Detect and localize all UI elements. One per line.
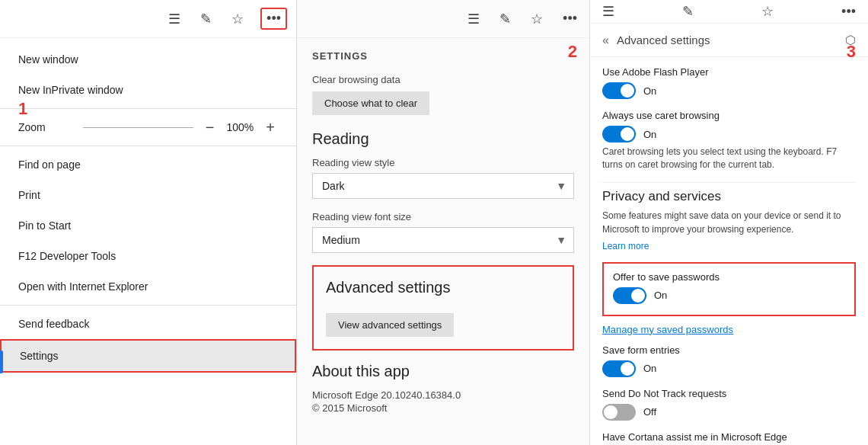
save-form-label: Save form entries <box>602 344 856 356</box>
dnt-toggle-row: Off <box>602 404 856 421</box>
manage-passwords-link[interactable]: Manage my saved passwords <box>602 324 856 335</box>
privacy-section: Privacy and services Some features might… <box>602 189 856 251</box>
menu-item-print[interactable]: Print <box>0 180 296 210</box>
menu-item-pin[interactable]: Pin to Start <box>0 210 296 241</box>
flash-label: Use Adobe Flash Player <box>602 66 856 78</box>
dnt-setting: Send Do Not Track requests Off <box>602 388 856 421</box>
settings-hamburger-icon[interactable]: ☰ <box>464 8 483 30</box>
about-section: About this app Microsoft Edge 20.10240.1… <box>312 363 574 414</box>
offer-passwords-box: Offer to save passwords On <box>602 262 856 316</box>
edit-icon[interactable]: ✎ <box>197 8 215 30</box>
caret-setting: Always use caret browsing On Caret brows… <box>602 110 856 171</box>
about-heading: About this app <box>312 363 574 380</box>
choose-what-to-clear-button[interactable]: Choose what to clear <box>312 91 429 115</box>
zoom-line <box>83 127 193 128</box>
offer-passwords-state: On <box>654 290 667 301</box>
settings-more-icon[interactable]: ••• <box>560 8 580 30</box>
caret-toggle-knob <box>621 127 634 141</box>
menu-toolbar: ☰ ✎ ☆ ••• <box>0 0 296 38</box>
reading-style-label: Reading view style <box>312 157 574 168</box>
menu-item-new-window[interactable]: New window <box>0 44 296 75</box>
menu-item-ie[interactable]: Open with Internet Explorer <box>0 271 296 302</box>
zoom-row: Zoom − 100% + <box>0 112 296 142</box>
menu-item-inprivate[interactable]: New InPrivate window <box>0 75 296 105</box>
offer-passwords-toggle-row: On <box>613 287 845 304</box>
flash-toggle-row: On <box>602 82 856 99</box>
hamburger-icon[interactable]: ☰ <box>165 8 183 30</box>
cortana-label: Have Cortana assist me in Microsoft Edge <box>602 431 856 443</box>
dnt-toggle[interactable] <box>602 404 636 421</box>
reading-font-row: Reading view font size Medium Small Larg… <box>312 211 574 253</box>
step2-label: 2 <box>568 42 577 62</box>
adv-favorites-icon[interactable]: ☆ <box>758 0 777 23</box>
advanced-panel-title: Advanced settings <box>617 34 710 46</box>
flash-state: On <box>643 85 656 97</box>
reading-style-row: Reading view style Dark Light ▼ <box>312 157 574 199</box>
advanced-settings-box: Advanced settings View advanced settings <box>312 265 574 351</box>
advanced-toolbar: ☰ ✎ ☆ ••• <box>590 0 868 24</box>
menu-item-feedback[interactable]: Send feedback <box>0 309 296 339</box>
adv-more-icon[interactable]: ••• <box>838 1 859 23</box>
dnt-label: Send Do Not Track requests <box>602 388 856 399</box>
advanced-content: Use Adobe Flash Player On Always use car… <box>590 57 868 445</box>
menu-item-devtools[interactable]: F12 Developer Tools <box>0 241 296 271</box>
menu-divider-2 <box>0 146 296 146</box>
menu-item-settings[interactable]: Settings <box>0 339 296 373</box>
reading-style-wrapper: Dark Light ▼ <box>312 173 574 199</box>
dnt-state: Off <box>643 406 656 418</box>
settings-toolbar: ☰ ✎ ☆ ••• <box>297 0 589 38</box>
flash-toggle-knob <box>621 84 634 98</box>
offer-passwords-label: Offer to save passwords <box>613 271 845 283</box>
offer-passwords-knob <box>631 289 645 303</box>
adv-hamburger-icon[interactable]: ☰ <box>599 0 617 23</box>
zoom-label: Zoom <box>18 121 74 133</box>
save-form-state: On <box>643 363 656 374</box>
zoom-decrease-button[interactable]: − <box>203 120 218 135</box>
menu-divider-1 <box>0 108 296 109</box>
save-form-setting: Save form entries On <box>602 344 856 377</box>
offer-passwords-toggle[interactable] <box>613 287 646 304</box>
accent-bar <box>0 351 3 373</box>
privacy-desc: Some features might save data on your de… <box>602 209 856 236</box>
reading-heading: Reading <box>312 130 574 148</box>
caret-label: Always use caret browsing <box>602 110 856 121</box>
caret-toggle[interactable] <box>602 126 636 142</box>
caret-state: On <box>643 129 656 140</box>
step3-label: 3 <box>847 42 856 62</box>
flash-setting: Use Adobe Flash Player On <box>602 66 856 99</box>
menu-panel: ☰ ✎ ☆ ••• New window New InPrivate windo… <box>0 0 297 445</box>
dnt-knob <box>604 405 617 419</box>
save-form-knob <box>621 362 634 376</box>
reading-style-select[interactable]: Dark Light <box>312 173 574 199</box>
save-form-toggle[interactable] <box>602 360 636 377</box>
caret-toggle-row: On <box>602 126 856 142</box>
advanced-panel: ☰ ✎ ☆ ••• « Advanced settings ⬡ Use Adob… <box>590 0 868 445</box>
clear-data-label: Clear browsing data <box>312 74 574 85</box>
view-advanced-button[interactable]: View advanced settings <box>326 313 454 337</box>
advanced-heading: Advanced settings <box>326 279 560 296</box>
adv-divider-1 <box>602 182 856 183</box>
reading-font-select[interactable]: Medium Small Large <box>312 227 574 253</box>
flash-toggle[interactable] <box>602 82 636 99</box>
adv-edit-icon[interactable]: ✎ <box>679 0 697 23</box>
reading-font-label: Reading view font size <box>312 211 574 222</box>
reading-font-wrapper: Medium Small Large ▼ <box>312 227 574 253</box>
settings-title: SETTINGS <box>312 50 574 62</box>
learn-more-link[interactable]: Learn more <box>602 241 649 251</box>
menu-item-find[interactable]: Find on page <box>0 149 296 180</box>
settings-content: SETTINGS Clear browsing data Choose what… <box>297 38 589 445</box>
zoom-increase-button[interactable]: + <box>263 120 278 135</box>
back-arrow-icon[interactable]: « <box>602 34 609 47</box>
privacy-heading: Privacy and services <box>602 189 856 204</box>
more-icon[interactable]: ••• <box>260 8 287 30</box>
menu-divider-3 <box>0 305 296 306</box>
settings-panel: ☰ ✎ ☆ ••• SETTINGS Clear browsing data C… <box>297 0 590 445</box>
favorites-icon[interactable]: ☆ <box>228 8 247 30</box>
settings-favorites-icon[interactable]: ☆ <box>528 8 546 30</box>
step1-label: 1 <box>18 99 27 119</box>
about-copyright: © 2015 Microsoft <box>312 402 574 414</box>
caret-desc: Caret browsing lets you select text usin… <box>602 146 856 171</box>
zoom-value: 100% <box>227 121 254 133</box>
advanced-header: « Advanced settings ⬡ <box>590 24 868 57</box>
settings-edit-icon[interactable]: ✎ <box>496 8 514 30</box>
